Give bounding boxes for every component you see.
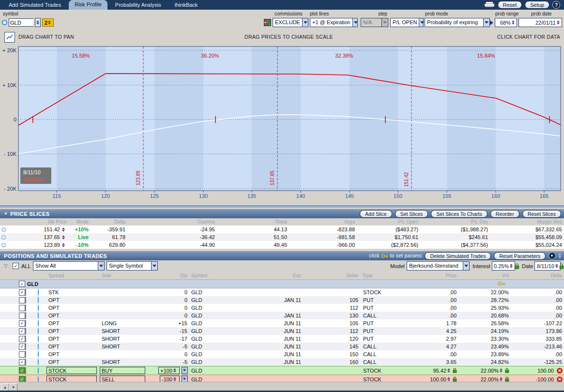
slice-link-icon[interactable] (1, 227, 6, 232)
slice-price-value[interactable]: 151.42 (7, 226, 62, 232)
row-link-icon[interactable] (38, 335, 39, 342)
symbol-mode-dropdown[interactable]: Single Symbol (107, 261, 158, 271)
row-checkbox[interactable] (19, 351, 25, 358)
model-dropdown[interactable]: Bjerksund-Stensland (407, 261, 470, 271)
symbol-input[interactable] (9, 18, 33, 27)
row-link-icon[interactable] (38, 351, 39, 358)
tab-add-simulated-trades[interactable]: Add Simulated Trades (3, 0, 67, 9)
row-color-box[interactable] (25, 335, 26, 342)
sim-spread-dropdown[interactable]: STOCK (46, 367, 97, 374)
set-slices-to-charts-button[interactable]: Set Slices To Charts (431, 210, 487, 218)
delete-simulated-trades-button[interactable]: Delete Simulated Trades (425, 252, 491, 260)
row-color-box[interactable] (25, 289, 26, 296)
slice-mode[interactable]: -10% (69, 242, 91, 248)
row-color-box[interactable] (25, 297, 26, 303)
row-color-box[interactable] (25, 367, 26, 374)
reorder-button[interactable]: Reorder (490, 210, 519, 218)
row-color-box[interactable] (25, 328, 26, 334)
sim-price-cell[interactable]: 100.00 (401, 377, 458, 382)
slice-link-icon[interactable] (1, 235, 6, 240)
sim-vol-cell[interactable]: 22.00% (458, 368, 511, 374)
risk-profile-chart[interactable]: 15.58% 36.20% 32.38% 15.84% 123.89 137.6… (0, 43, 564, 202)
lot-spinner[interactable] (48, 20, 52, 25)
all-checkbox[interactable]: ✓ (13, 263, 19, 269)
row-checkbox[interactable]: ✓ (19, 328, 25, 334)
chart-menu-icon[interactable] (4, 32, 15, 43)
prob-range-stepper[interactable]: 68% (495, 18, 517, 27)
x-axis-labels[interactable]: 115 120 125 130 135 140 145 150 155 160 … (52, 193, 549, 199)
lock-icon[interactable] (505, 368, 509, 373)
slice-price-value[interactable]: 137.65 (7, 234, 62, 240)
cell-qty[interactable]: -5 (148, 359, 189, 365)
reset-button[interactable]: Reset (498, 1, 522, 9)
row-link-icon[interactable] (38, 359, 39, 365)
lock-icon[interactable] (505, 377, 509, 382)
show-all-dropdown[interactable]: Show All (33, 261, 105, 271)
symbol-spinner[interactable] (35, 18, 41, 27)
tab-risk-profile[interactable]: Risk Profile (69, 0, 107, 10)
commissions-grid-icon[interactable] (264, 19, 271, 26)
interest-stepper[interactable]: 0.25% (492, 261, 515, 271)
delete-trade-icon[interactable]: ✕ (557, 377, 563, 382)
row-link-icon[interactable] (38, 312, 39, 319)
tab-probability-analysis[interactable]: Probability Analysis (109, 0, 167, 9)
lock-icon[interactable] (559, 263, 564, 269)
prob-mode-dropdown[interactable]: Probability of expiring (425, 18, 490, 27)
slice-price-value[interactable]: 123.89 (7, 242, 62, 248)
row-checkbox[interactable]: ✓ (19, 344, 25, 350)
camera-icon[interactable] (549, 252, 556, 259)
group-checkbox[interactable]: ✓ (19, 281, 25, 287)
row-color-box[interactable] (25, 343, 26, 350)
cell-qty[interactable]: +15 (148, 320, 189, 326)
cell-qty[interactable]: 0 (148, 351, 189, 357)
reset-parameters-button[interactable]: Reset Parameters (494, 252, 546, 260)
help-icon[interactable]: ? (552, 1, 560, 9)
commissions-dropdown[interactable]: EXCLUDE (273, 18, 308, 27)
row-link-icon[interactable] (38, 289, 39, 296)
chevron-down-icon[interactable] (182, 367, 188, 374)
add-slice-button[interactable]: Add Slice (360, 210, 392, 218)
row-color-box[interactable] (25, 304, 26, 311)
double-chevron-down-icon[interactable]: ▾▾ (559, 254, 561, 258)
row-color-box[interactable] (25, 320, 26, 327)
lock-icon[interactable] (515, 263, 519, 269)
setup-button[interactable]: Setup (525, 1, 549, 9)
date-stepper[interactable]: 8/11/10 (534, 261, 561, 271)
plot-lines-dropdown[interactable]: +1 @ Expiration (310, 18, 358, 27)
sim-price-cell[interactable]: 95.42 (401, 368, 458, 374)
collapse-triangle-icon[interactable]: ▼ (4, 211, 8, 216)
lot-size-badge[interactable]: 2 (42, 18, 54, 27)
row-checkbox[interactable]: ✓ (19, 359, 25, 365)
row-color-box[interactable] (25, 351, 26, 358)
row-checkbox[interactable]: ✓ (19, 320, 25, 327)
row-link-icon[interactable] (38, 297, 39, 303)
slice-link-icon[interactable] (1, 243, 6, 247)
reset-slices-button[interactable]: Reset Slices (522, 210, 561, 218)
print-icon[interactable] (484, 1, 495, 9)
symbol-group-row[interactable]: ✓ GLD (0, 279, 564, 288)
slice-mode[interactable]: +10% (69, 226, 91, 232)
cell-qty[interactable]: -15 (148, 328, 189, 334)
delete-trade-icon[interactable]: ✕ (557, 368, 563, 374)
row-link-icon[interactable] (38, 320, 39, 327)
slice-price-stepper[interactable] (62, 243, 66, 247)
row-link-icon[interactable] (38, 343, 39, 350)
sim-qty-stepper[interactable]: +100 (158, 367, 180, 374)
pl-style-dropdown[interactable]: P/L OPEN (390, 18, 424, 27)
y-axis-labels[interactable]: + 20K + 10K 0 - 10K - 20K (2, 47, 17, 192)
cell-qty[interactable]: 0 (148, 289, 189, 295)
row-link-icon[interactable] (38, 367, 39, 374)
cell-qty[interactable]: -5 (148, 344, 189, 349)
row-checkbox[interactable]: ✓ (19, 367, 25, 374)
sim-vol-cell[interactable]: 22.00% (458, 377, 511, 382)
row-color-box[interactable] (25, 312, 26, 319)
cell-qty[interactable]: -17 (148, 336, 189, 342)
row-checkbox[interactable]: ✓ (19, 336, 25, 342)
slice-price-stepper[interactable] (62, 235, 66, 240)
link-dot-icon[interactable] (2, 20, 7, 25)
slice-price-stepper[interactable] (62, 227, 66, 232)
row-checkbox[interactable] (19, 305, 25, 311)
key-icon[interactable] (497, 281, 506, 286)
slice-mode[interactable]: Live (69, 234, 91, 240)
cell-qty[interactable]: 0 (148, 297, 189, 303)
